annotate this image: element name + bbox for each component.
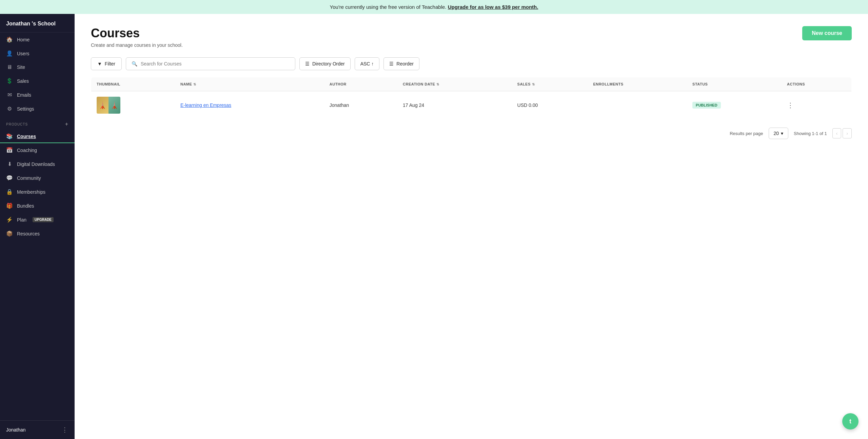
sidebar-item-bundles[interactable]: 🎁Bundles <box>0 199 75 213</box>
directory-order-label: Directory Order <box>312 61 345 66</box>
th-creation_date[interactable]: CREATION DATE⇅ <box>397 77 512 91</box>
th-status: STATUS <box>687 77 782 91</box>
community-icon: 💬 <box>6 175 13 181</box>
cell-status: PUBLISHED <box>687 91 782 119</box>
main-content: Courses Create and manage courses in you… <box>75 14 868 439</box>
course-name-link[interactable]: E-learning en Empresas <box>180 102 231 108</box>
sidebar-item-label: Plan <box>17 217 26 223</box>
sidebar-item-users[interactable]: 👤Users <box>0 46 75 60</box>
per-page-select[interactable]: 20 ▾ <box>769 128 789 139</box>
sidebar-item-home[interactable]: 🏠Home <box>0 33 75 46</box>
sort-icon: ⇅ <box>436 82 439 86</box>
upgrade-banner: You're currently using the free version … <box>0 0 868 14</box>
thumb-left: 🗼 <box>97 97 108 114</box>
sidebar-item-resources[interactable]: 📦Resources <box>0 227 75 241</box>
cell-sales: USD 0.00 <box>512 91 588 119</box>
float-button[interactable]: t <box>842 413 859 430</box>
directory-order-button[interactable]: ☰ Directory Order <box>299 57 351 70</box>
tower-icon-right: 🗼 <box>110 101 119 109</box>
float-button-label: t <box>849 418 851 425</box>
directory-order-icon: ☰ <box>305 61 310 66</box>
sidebar-item-label: Site <box>17 64 25 70</box>
page-header: Courses Create and manage courses in you… <box>91 26 852 48</box>
cell-author: Jonathan <box>324 91 397 119</box>
settings-icon: ⚙ <box>6 106 13 112</box>
page-subtitle: Create and manage courses in your school… <box>91 42 183 48</box>
per-page-value: 20 <box>774 131 779 136</box>
sidebar-item-memberships[interactable]: 🔒Memberships <box>0 185 75 199</box>
sidebar-item-digital-downloads[interactable]: ⬇Digital Downloads <box>0 157 75 171</box>
th-actions: ACTIONS <box>782 77 851 91</box>
asc-button[interactable]: ASC ↑ <box>355 57 380 70</box>
page-nav: ‹ › <box>832 128 852 138</box>
emails-icon: ✉ <box>6 92 13 98</box>
reorder-icon: ☰ <box>389 61 394 66</box>
coaching-icon: 📅 <box>6 147 13 153</box>
cell-actions: ⋮ <box>782 91 851 119</box>
sidebar-item-label: Community <box>17 175 41 181</box>
sort-icon: ⇅ <box>193 82 196 86</box>
filter-label: Filter <box>105 61 115 66</box>
actions-menu-dots[interactable]: ⋮ <box>787 101 794 109</box>
reorder-button[interactable]: ☰ Reorder <box>383 57 419 70</box>
toolbar: ▼ Filter 🔍 ☰ Directory Order ASC ↑ ☰ Reo… <box>91 57 852 70</box>
sidebar-item-label: Home <box>17 37 29 42</box>
home-icon: 🏠 <box>6 36 13 43</box>
results-per-page-label: Results per page <box>730 131 763 136</box>
sort-icon: ⇅ <box>532 82 535 86</box>
th-name[interactable]: NAME⇅ <box>175 77 324 91</box>
bundles-icon: 🎁 <box>6 203 13 209</box>
cell-enrollments <box>588 91 687 119</box>
next-page-button[interactable]: › <box>843 128 852 138</box>
table-header: THUMBNAILNAME⇅AUTHORCREATION DATE⇅SALES⇅… <box>91 77 852 91</box>
course-thumbnail: 🗼 🗼 <box>97 97 120 114</box>
sidebar-item-label: Settings <box>17 106 34 112</box>
pagination-bar: Results per page 20 ▾ Showing 1-1 of 1 ‹… <box>91 128 852 139</box>
sidebar-item-label: Bundles <box>17 203 34 209</box>
status-badge: PUBLISHED <box>692 102 721 109</box>
th-author: AUTHOR <box>324 77 397 91</box>
reorder-label: Reorder <box>396 61 414 66</box>
sidebar-footer: Jonathan ⋮ <box>0 420 75 439</box>
upgrade-link[interactable]: Upgrade for as low as $39 per month. <box>448 4 538 10</box>
courses-icon: 📚 <box>6 133 13 139</box>
sidebar-item-label: Sales <box>17 78 29 84</box>
thumb-right: 🗼 <box>108 97 120 114</box>
filter-button[interactable]: ▼ Filter <box>91 57 122 70</box>
sidebar-item-plan[interactable]: ⚡PlanUPGRADE <box>0 213 75 227</box>
tower-icon-left: 🗼 <box>98 101 107 109</box>
plan-icon: ⚡ <box>6 216 13 223</box>
prev-page-button[interactable]: ‹ <box>832 128 842 138</box>
sidebar-item-label: Emails <box>17 92 31 98</box>
new-course-button[interactable]: New course <box>802 26 852 40</box>
sidebar-item-community[interactable]: 💬Community <box>0 171 75 185</box>
asc-label: ASC ↑ <box>360 61 374 66</box>
chevron-down-icon: ▾ <box>781 131 783 136</box>
digital-downloads-icon: ⬇ <box>6 161 13 167</box>
filter-icon: ▼ <box>97 61 102 66</box>
courses-table: THUMBNAILNAME⇅AUTHORCREATION DATE⇅SALES⇅… <box>91 77 852 119</box>
table-row: 🗼 🗼 E-learning en Empresas Jonathan 17 A… <box>91 91 852 119</box>
school-name: Jonathan 's School <box>0 14 75 33</box>
search-input[interactable] <box>141 61 290 66</box>
page-title-area: Courses Create and manage courses in you… <box>91 26 183 48</box>
sidebar-item-label: Memberships <box>17 189 45 195</box>
cell-thumbnail: 🗼 🗼 <box>91 91 175 119</box>
footer-menu-dots[interactable]: ⋮ <box>62 426 68 434</box>
th-sales[interactable]: SALES⇅ <box>512 77 588 91</box>
sales-icon: 💲 <box>6 78 13 84</box>
sidebar-item-coaching[interactable]: 📅Coaching <box>0 143 75 157</box>
sidebar-item-settings[interactable]: ⚙Settings <box>0 102 75 116</box>
site-icon: 🖥 <box>6 64 13 70</box>
showing-label: Showing 1-1 of 1 <box>794 131 827 136</box>
search-box: 🔍 <box>126 57 295 70</box>
sidebar-item-emails[interactable]: ✉Emails <box>0 88 75 102</box>
add-product-icon[interactable]: + <box>65 121 68 127</box>
sidebar-item-site[interactable]: 🖥Site <box>0 60 75 74</box>
banner-text: You're currently using the free version … <box>330 4 447 10</box>
search-icon: 🔍 <box>132 61 137 66</box>
sidebar-item-sales[interactable]: 💲Sales <box>0 74 75 88</box>
cell-creation-date: 17 Aug 24 <box>397 91 512 119</box>
sidebar-item-label: Courses <box>17 134 36 139</box>
sidebar-item-courses[interactable]: 📚Courses <box>0 129 75 143</box>
